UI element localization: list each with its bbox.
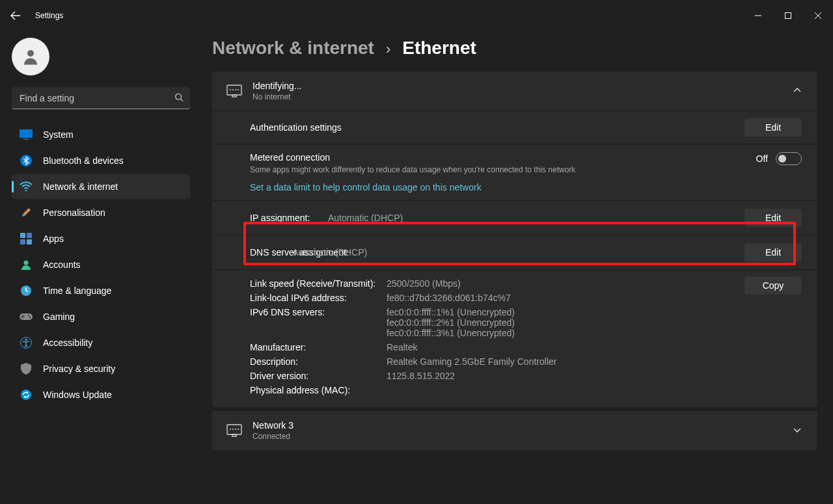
sidebar-item-label: Windows Update bbox=[43, 390, 112, 400]
sidebar: System Bluetooth & devices Network & int… bbox=[0, 31, 202, 504]
sidebar-item-update[interactable]: Windows Update bbox=[12, 382, 190, 407]
manufacturer-label: Manufacturer: bbox=[250, 342, 387, 352]
sidebar-item-system[interactable]: System bbox=[12, 122, 190, 147]
metered-toggle[interactable] bbox=[776, 152, 802, 165]
clock-icon bbox=[20, 284, 33, 297]
ip-assignment-value: Automatic (DHCP) bbox=[328, 213, 403, 223]
avatar[interactable] bbox=[12, 38, 49, 75]
paintbrush-icon bbox=[20, 206, 33, 219]
network3-subtitle: Connected bbox=[253, 432, 294, 441]
sidebar-item-time[interactable]: Time & language bbox=[12, 278, 190, 303]
search-icon bbox=[174, 92, 184, 103]
dns-assignment-edit-button[interactable]: Edit bbox=[744, 243, 802, 261]
wifi-icon bbox=[20, 180, 33, 193]
back-button[interactable] bbox=[5, 5, 26, 26]
ethernet-icon bbox=[225, 82, 243, 100]
person-icon bbox=[21, 47, 40, 66]
update-icon bbox=[20, 388, 33, 401]
window-title: Settings bbox=[35, 11, 63, 20]
metered-state-label: Off bbox=[756, 153, 768, 164]
sidebar-item-label: Time & language bbox=[43, 285, 111, 296]
ethernet-card-header[interactable]: Identifying... No internet bbox=[212, 72, 817, 111]
gaming-icon bbox=[20, 310, 33, 323]
adapter-subtitle: No internet bbox=[253, 92, 302, 101]
sidebar-item-accounts[interactable]: Accounts bbox=[12, 252, 190, 277]
breadcrumb-parent[interactable]: Network & internet bbox=[212, 38, 374, 59]
chevron-up-icon bbox=[793, 86, 802, 97]
mac-label: Physical address (MAC): bbox=[250, 385, 387, 395]
dns-assignment-value: Automatic (DHCP) bbox=[292, 247, 367, 258]
sidebar-item-personalisation[interactable]: Personalisation bbox=[12, 200, 190, 225]
svg-rect-26 bbox=[232, 434, 236, 436]
network3-card: Network 3 Connected bbox=[212, 411, 817, 450]
authentication-edit-button[interactable]: Edit bbox=[744, 118, 802, 137]
svg-rect-8 bbox=[23, 139, 29, 140]
accounts-icon bbox=[20, 258, 33, 271]
svg-point-21 bbox=[25, 339, 27, 341]
metered-label: Metered connection bbox=[250, 152, 756, 163]
svg-rect-14 bbox=[27, 239, 32, 245]
sidebar-item-label: System bbox=[43, 129, 74, 140]
manufacturer-value: Realtek bbox=[387, 342, 417, 352]
shield-icon bbox=[20, 362, 33, 375]
metered-description: Some apps might work differently to redu… bbox=[250, 165, 756, 174]
svg-point-18 bbox=[28, 315, 30, 317]
svg-point-5 bbox=[176, 94, 182, 99]
minimize-button[interactable] bbox=[743, 5, 773, 26]
search-input[interactable] bbox=[12, 87, 190, 109]
accessibility-icon bbox=[20, 336, 33, 349]
sidebar-item-privacy[interactable]: Privacy & security bbox=[12, 356, 190, 381]
metered-row: Metered connection Some apps might work … bbox=[212, 144, 817, 200]
nav: System Bluetooth & devices Network & int… bbox=[12, 122, 190, 407]
svg-rect-12 bbox=[27, 233, 32, 238]
authentication-row: Authentication settings Edit bbox=[212, 111, 817, 144]
svg-point-4 bbox=[27, 50, 34, 57]
chevron-down-icon bbox=[793, 425, 802, 436]
close-button[interactable] bbox=[803, 5, 833, 26]
breadcrumb: Network & internet › Ethernet bbox=[212, 38, 817, 59]
page-title: Ethernet bbox=[402, 38, 476, 59]
set-data-limit-link[interactable]: Set a data limit to help control data us… bbox=[250, 182, 482, 192]
description-label: Description: bbox=[250, 356, 387, 367]
sidebar-item-label: Apps bbox=[43, 233, 64, 244]
driver-label: Driver version: bbox=[250, 371, 387, 381]
sidebar-item-label: Bluetooth & devices bbox=[43, 155, 124, 166]
ethernet-card: Identifying... No internet Authenticatio… bbox=[212, 72, 817, 407]
sidebar-item-label: Gaming bbox=[43, 312, 75, 322]
dns-server-value: fec0:0:0:ffff::1%1 (Unencrypted) bbox=[387, 307, 515, 317]
sidebar-item-label: Personalisation bbox=[43, 207, 105, 218]
dns-assignment-row: DNS server assignment: Automatic (DHCP) … bbox=[212, 235, 817, 269]
sidebar-item-label: Accessibility bbox=[43, 338, 92, 348]
sidebar-item-label: Privacy & security bbox=[43, 364, 115, 374]
sidebar-item-gaming[interactable]: Gaming bbox=[12, 304, 190, 329]
sidebar-item-bluetooth[interactable]: Bluetooth & devices bbox=[12, 148, 190, 173]
chevron-right-icon: › bbox=[386, 41, 390, 58]
ethernet-icon bbox=[225, 421, 243, 440]
link-speed-value: 2500/2500 (Mbps) bbox=[387, 278, 461, 289]
svg-point-10 bbox=[25, 190, 27, 192]
svg-rect-1 bbox=[785, 13, 791, 19]
link-speed-label: Link speed (Receive/Transmit): bbox=[250, 278, 387, 289]
svg-point-15 bbox=[24, 261, 29, 265]
dns-server-value: fec0:0:0:ffff::2%1 (Unencrypted) bbox=[387, 317, 515, 328]
network3-title: Network 3 bbox=[253, 420, 294, 431]
titlebar: Settings bbox=[0, 0, 833, 31]
sidebar-item-label: Accounts bbox=[43, 259, 81, 270]
link-local-value: fe80::d7bd:3266:d061:b74c%7 bbox=[387, 293, 511, 303]
network3-header[interactable]: Network 3 Connected bbox=[212, 411, 817, 450]
window-controls bbox=[743, 5, 833, 26]
ip-assignment-label: IP assignment: bbox=[250, 213, 310, 223]
sidebar-item-apps[interactable]: Apps bbox=[12, 226, 190, 251]
copy-button[interactable]: Copy bbox=[744, 276, 802, 295]
dns-servers-label: IPv6 DNS servers: bbox=[250, 307, 387, 338]
search-box[interactable] bbox=[12, 87, 190, 109]
ip-assignment-edit-button[interactable]: Edit bbox=[744, 209, 802, 227]
maximize-button[interactable] bbox=[773, 5, 803, 26]
svg-rect-7 bbox=[20, 129, 33, 138]
sidebar-item-network[interactable]: Network & internet bbox=[12, 174, 190, 199]
dns-server-value: fec0:0:0:ffff::3%1 (Unencrypted) bbox=[387, 328, 515, 338]
svg-rect-23 bbox=[227, 85, 241, 95]
svg-rect-13 bbox=[20, 239, 25, 245]
sidebar-item-accessibility[interactable]: Accessibility bbox=[12, 330, 190, 355]
svg-point-22 bbox=[21, 390, 31, 400]
